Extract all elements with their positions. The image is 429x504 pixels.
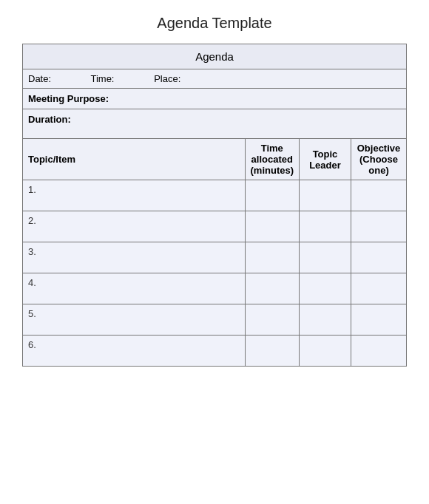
row-4-leader[interactable] [300,273,351,304]
purpose-row: Meeting Purpose: [23,89,407,109]
table-row: 4. [23,273,407,304]
time-label: Time: [90,73,114,84]
row-5-objective[interactable] [351,304,407,336]
row-4-time[interactable] [245,273,300,304]
duration-row: Duration: [23,109,407,139]
row-3-leader[interactable] [300,242,351,273]
table-row: 3. [23,242,407,273]
duration-cell: Duration: [23,109,407,139]
place-label: Place: [154,73,180,84]
meta-cell: Date: Time: Place: [23,69,407,89]
row-3-topic[interactable]: 3. [23,242,246,273]
col-header-time: Time allocated (minutes) [245,139,300,180]
row-3-objective[interactable] [351,242,407,273]
date-label: Date: [28,73,51,84]
meta-row: Date: Time: Place: [23,69,407,89]
row-1-time[interactable] [245,180,300,211]
table-row: 1. [23,180,407,211]
row-2-topic[interactable]: 2. [23,211,246,242]
col-header-objective: Objective (Choose one) [351,139,407,180]
col-header-topic: Topic/Item [23,139,246,180]
agenda-header-row: Agenda [23,44,407,69]
row-2-time[interactable] [245,211,300,242]
row-6-objective[interactable] [351,336,407,367]
row-4-topic[interactable]: 4. [23,273,246,304]
row-6-leader[interactable] [300,336,351,367]
row-6-time[interactable] [245,336,300,367]
row-5-leader[interactable] [300,304,351,336]
row-4-objective[interactable] [351,273,407,304]
row-1-objective[interactable] [351,180,407,211]
agenda-table: Agenda Date: Time: Place: Meeting Purpos… [22,44,407,367]
row-3-time[interactable] [245,242,300,273]
row-2-leader[interactable] [300,211,351,242]
row-6-topic[interactable]: 6. [23,336,246,367]
page-wrapper: Agenda Template Agenda Date: Time: Place… [22,15,407,367]
agenda-header-cell: Agenda [23,44,407,69]
row-1-topic[interactable]: 1. [23,180,246,211]
col-header-leader: Topic Leader [300,139,351,180]
table-row: 5. [23,304,407,336]
page-title: Agenda Template [22,15,407,32]
table-row: 2. [23,211,407,242]
row-5-topic[interactable]: 5. [23,304,246,336]
row-5-time[interactable] [245,304,300,336]
table-row: 6. [23,336,407,367]
column-header-row: Topic/Item Time allocated (minutes) Topi… [23,139,407,180]
row-1-leader[interactable] [300,180,351,211]
purpose-cell: Meeting Purpose: [23,89,407,109]
row-2-objective[interactable] [351,211,407,242]
